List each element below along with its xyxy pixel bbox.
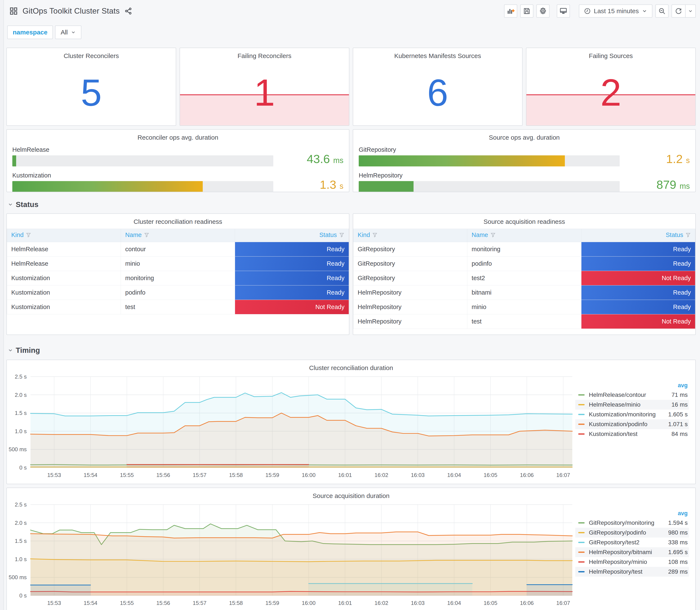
legend-item[interactable]: HelmRelease/contour71 ms <box>575 390 689 400</box>
namespace-variable-select[interactable]: All <box>55 26 81 39</box>
zoom-out-button[interactable] <box>655 4 669 18</box>
panel-source-acquisition-duration[interactable]: Source acquisition duration 15:5315:5415… <box>6 487 696 610</box>
filter-icon[interactable] <box>26 232 31 239</box>
legend-item[interactable]: Kustomization/test84 ms <box>575 429 689 439</box>
section-timing[interactable]: Timing <box>6 344 696 356</box>
series-color-dash <box>578 404 585 405</box>
legend-avg-header[interactable]: avg <box>575 510 689 517</box>
gauges-row: Reconciler ops avg. duration HelmRelease… <box>6 129 696 192</box>
gauge-value: 879 ms <box>626 179 690 192</box>
dashboard-settings-button[interactable] <box>536 4 550 18</box>
svg-text:16:07: 16:07 <box>556 600 570 606</box>
add-panel-button[interactable] <box>504 4 517 18</box>
time-range-picker[interactable]: Last 15 minutes <box>579 4 652 18</box>
legend-item[interactable]: GitRepository/test2338 ms <box>575 537 689 547</box>
cell-kind: GitRepository <box>353 257 467 271</box>
refresh-interval-caret[interactable] <box>685 5 695 17</box>
dashboard: GitOps Toolkit Cluster Stats <box>4 0 698 610</box>
cell-status: Not Ready <box>581 271 695 286</box>
namespace-variable-value: All <box>61 29 68 36</box>
panel-reconciler-ops-duration[interactable]: Reconciler ops avg. duration HelmRelease… <box>6 129 349 192</box>
legend-avg-header[interactable]: avg <box>575 382 689 389</box>
dashboard-grid-icon[interactable] <box>9 7 18 15</box>
filter-icon[interactable] <box>372 232 378 239</box>
panel-cluster-reconciliation-duration[interactable]: Cluster reconciliation duration 15:5315:… <box>6 359 696 484</box>
svg-text:16:02: 16:02 <box>374 472 388 478</box>
top-bar: GitOps Toolkit Cluster Stats <box>6 3 696 19</box>
gauge-fill <box>359 181 413 192</box>
legend-item[interactable]: HelmRepository/test289 ms <box>575 567 689 577</box>
time-series-chart[interactable]: 15:5315:5415:5515:5615:5715:5815:5916:00… <box>7 501 575 610</box>
svg-text:1.5 s: 1.5 s <box>15 410 27 416</box>
legend-item[interactable]: HelmRepository/bitnami1.695 s <box>575 547 689 557</box>
save-dashboard-button[interactable] <box>520 4 533 18</box>
series-color-dash <box>578 414 585 415</box>
svg-text:15:53: 15:53 <box>47 472 61 478</box>
cell-kind: Kustomization <box>7 271 121 286</box>
series-name: GitRepository/podinfo <box>589 529 668 536</box>
chevron-down-icon <box>71 30 76 35</box>
column-header-name[interactable]: Name <box>121 229 235 242</box>
column-header-status[interactable]: Status <box>581 229 695 242</box>
refresh-button[interactable] <box>672 5 685 17</box>
clock-icon <box>584 7 591 14</box>
gauge-label: GitRepository <box>359 146 620 153</box>
series-avg-value: 289 ms <box>668 568 688 575</box>
legend-item[interactable]: Kustomization/podinfo1.071 s <box>575 419 689 429</box>
stat-kubernetes-manifests-sources[interactable]: Kubernetes Manifests Sources 6 <box>353 48 523 126</box>
svg-text:15:58: 15:58 <box>229 600 243 606</box>
svg-text:15:57: 15:57 <box>193 600 207 606</box>
column-header-kind[interactable]: Kind <box>7 229 121 242</box>
legend-item[interactable]: HelmRepository/minio108 ms <box>575 557 689 567</box>
section-status[interactable]: Status <box>6 198 696 210</box>
svg-text:15:54: 15:54 <box>84 600 98 606</box>
panel-title: Cluster reconciliation duration <box>7 360 695 371</box>
panel-source-ops-duration[interactable]: Source ops avg. duration GitRepository 1… <box>353 129 696 192</box>
panel-source-acquisition-readiness[interactable]: Source acquisition readiness KindNameSta… <box>353 213 696 335</box>
filter-icon[interactable] <box>490 232 496 239</box>
section-label: Status <box>16 200 38 209</box>
chevron-down-icon <box>7 348 13 353</box>
table-row: HelmRepositorybitnamiReady <box>353 286 695 300</box>
svg-text:2.0 s: 2.0 s <box>15 520 27 526</box>
chart-canvas[interactable]: 15:5315:5415:5515:5615:5715:5815:5916:00… <box>7 501 575 610</box>
svg-text:0 s: 0 s <box>19 465 27 470</box>
chart-canvas[interactable]: 15:5315:5415:5515:5615:5715:5815:5916:00… <box>7 373 575 483</box>
column-header-kind[interactable]: Kind <box>353 229 467 242</box>
table-header-row: KindNameStatus <box>7 229 349 242</box>
svg-text:16:02: 16:02 <box>374 600 388 606</box>
series-avg-value: 84 ms <box>671 431 688 437</box>
column-header-status[interactable]: Status <box>235 229 349 242</box>
status-badge: Not Ready <box>582 314 695 328</box>
cell-name: podinfo <box>121 286 235 300</box>
filter-icon[interactable] <box>685 232 691 239</box>
series-name: HelmRepository/minio <box>589 559 668 565</box>
share-icon[interactable] <box>124 7 132 15</box>
svg-text:16:00: 16:00 <box>302 472 315 478</box>
filter-icon[interactable] <box>144 232 149 239</box>
panel-cluster-reconciliation-readiness[interactable]: Cluster reconciliation readiness KindNam… <box>6 213 349 335</box>
series-color-dash <box>578 561 585 563</box>
filter-icon[interactable] <box>339 232 344 239</box>
column-header-name[interactable]: Name <box>467 229 581 242</box>
legend-item[interactable]: HelmRelease/minio16 ms <box>575 400 689 410</box>
time-series-chart[interactable]: 15:5315:5415:5515:5615:5715:5815:5916:00… <box>7 373 575 483</box>
gauge-track <box>359 155 620 166</box>
legend-item[interactable]: Kustomization/monitoring1.605 s <box>575 410 689 419</box>
table-row: GitRepositorypodinfoReady <box>353 257 695 271</box>
panel-title: Cluster reconciliation readiness <box>7 214 349 225</box>
sidebar-edge <box>0 0 4 610</box>
table-row: HelmReleaseminioReady <box>7 257 349 271</box>
stat-failing-sources[interactable]: Failing Sources 2 <box>526 48 696 126</box>
legend-item[interactable]: GitRepository/monitoring1.594 s <box>575 518 689 528</box>
readiness-table: KindNameStatusGitRepositorymonitoringRea… <box>353 229 695 329</box>
section-label: Timing <box>16 346 40 354</box>
cell-status: Ready <box>581 242 695 257</box>
gauge-value: 43.6 ms <box>280 154 343 166</box>
stat-failing-reconcilers[interactable]: Failing Reconcilers 1 <box>180 48 349 126</box>
legend-item[interactable]: GitRepository/podinfo980 ms <box>575 528 689 537</box>
panel-title: Kubernetes Manifests Sources <box>353 48 522 60</box>
stat-cluster-reconcilers[interactable]: Cluster Reconcilers 5 <box>6 48 176 126</box>
variables-row: namespace All <box>6 26 696 39</box>
cycle-view-mode-button[interactable] <box>557 4 570 18</box>
